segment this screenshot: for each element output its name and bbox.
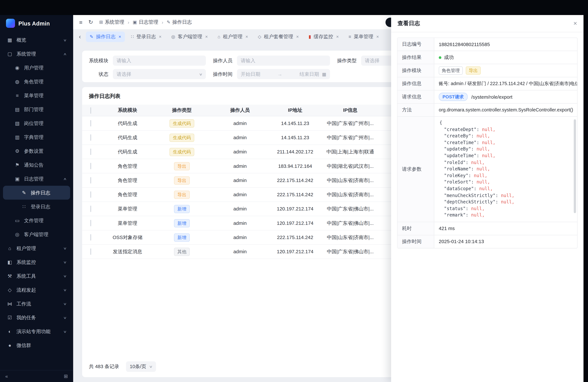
operation-log-icon: ✎ xyxy=(90,34,93,39)
close-icon[interactable]: × xyxy=(573,20,577,27)
sidebar-item-label: 流程发起 xyxy=(17,287,60,293)
sidebar-item-role-management[interactable]: ◍ 角色管理 xyxy=(3,75,70,88)
sidebar-item-overview[interactable]: ▦ 概览 ∨ xyxy=(3,33,70,47)
row-checkbox[interactable] xyxy=(90,191,91,198)
row-checkbox[interactable] xyxy=(90,134,91,141)
cell-ip-info: 中国|湖北省|武汉市|... xyxy=(318,163,382,170)
row-checkbox[interactable] xyxy=(90,248,91,255)
tab-label: 缓存监控 xyxy=(314,33,333,40)
json-key: dataScope xyxy=(444,186,479,191)
sidebar-item-client-management[interactable]: ◎ 客户端管理 xyxy=(3,227,70,241)
sidebar-item-dept-management[interactable]: ▤ 部门管理 xyxy=(3,103,70,116)
cell-ip: 120.197.212.174 xyxy=(272,220,318,226)
method-value: org.dromara.system.controller.system.Sys… xyxy=(434,104,577,116)
sidebar-item-operation-log[interactable]: ✎ 操作日志 xyxy=(3,186,70,200)
dict-management-icon: ▥ xyxy=(14,134,20,140)
col-header-ip: IP地址 xyxy=(272,107,318,114)
sidebar-item-label: 操作日志 xyxy=(31,189,66,196)
row-checkbox[interactable] xyxy=(90,220,91,226)
logo-icon xyxy=(6,19,15,28)
system-tools-icon: ⚒ xyxy=(7,273,13,279)
row-checkbox[interactable] xyxy=(90,206,91,212)
sidebar-item-dict-management[interactable]: ▥ 字典管理 xyxy=(3,130,70,144)
row-checkbox[interactable] xyxy=(90,163,91,169)
tab-operation-log[interactable]: ✎ 操作日志 × xyxy=(86,32,125,42)
sidebar-item-login-log[interactable]: ∷ 登录日志 xyxy=(3,200,70,213)
hamburger-menu-icon[interactable]: ≡ xyxy=(79,19,82,25)
cell-operator: admin xyxy=(208,192,272,197)
close-icon[interactable]: × xyxy=(376,34,379,39)
code-scrollbar-thumb[interactable] xyxy=(574,119,576,213)
tab-tenant-package[interactable]: ◇ 租户套餐管理 × xyxy=(254,32,302,42)
sidebar-item-system-management[interactable]: ▢ 系统管理 ∧ xyxy=(3,47,70,61)
json-key: roleSort xyxy=(444,180,476,185)
type-badge: 新增 xyxy=(174,233,190,241)
sidebar-item-label: 客户端管理 xyxy=(24,231,66,238)
refresh-icon[interactable]: ↻ xyxy=(88,19,93,25)
tab-login-log[interactable]: ∷ 登录日志 × xyxy=(127,32,165,42)
row-checkbox[interactable] xyxy=(90,234,91,240)
sidebar-item-tenant-management[interactable]: ⌂ 租户管理 ∨ xyxy=(3,241,70,255)
select-all-checkbox[interactable] xyxy=(90,107,91,114)
collapse-sidebar-icon[interactable]: « xyxy=(5,373,8,379)
breadcrumb-item-system-management[interactable]: ⊞ 系统管理 xyxy=(99,19,124,25)
window-right-strip xyxy=(583,15,588,382)
breadcrumb-item-operation-log[interactable]: ✎ 操作日志 xyxy=(167,19,192,25)
row-checkbox[interactable] xyxy=(90,177,91,184)
close-icon[interactable]: × xyxy=(296,34,299,39)
cell-ip-info: 中国|广东省|佛山市|... xyxy=(318,248,382,255)
select-placeholder: 请选择 xyxy=(365,57,379,64)
sidebar-item-my-tasks[interactable]: ☑ 我的任务 ∨ xyxy=(3,311,70,325)
filter-status-select[interactable]: 请选择 ∨ xyxy=(113,69,206,79)
chevron-down-icon: ∨ xyxy=(63,288,67,292)
logo[interactable]: Plus Admin xyxy=(0,15,73,32)
page-size-select[interactable]: 10条/页 ∨ xyxy=(126,361,156,372)
col-header-type: 操作类型 xyxy=(156,107,208,114)
json-key: createDept xyxy=(444,127,482,132)
notice-icon: ⚑ xyxy=(14,162,20,168)
menu-management-icon: ≡ xyxy=(14,93,20,98)
breadcrumb-item-log-management[interactable]: ▣ 日志管理 xyxy=(133,19,158,25)
sidebar-item-label: 登录日志 xyxy=(31,203,66,210)
layout-pin-icon[interactable]: ⊞ xyxy=(64,373,68,379)
close-icon[interactable]: × xyxy=(205,34,208,39)
json-code-block: { createDeptnull, createBynull, createTi… xyxy=(434,119,577,220)
filter-module-input[interactable] xyxy=(113,56,206,66)
json-key: menuCheckStrictly xyxy=(444,193,501,198)
sidebar-item-menu-management[interactable]: ≡ 菜单管理 xyxy=(3,88,70,103)
tabs-scroll-left-icon[interactable]: ‹ xyxy=(76,33,84,40)
sidebar-item-demo-features[interactable]: ◐ 演示站专用功能 ∨ xyxy=(3,325,70,339)
sidebar-item-file-management[interactable]: ▭ 文件管理 xyxy=(3,213,70,227)
cell-ip: 222.175.114.242 xyxy=(272,234,318,240)
sidebar-item-process-start[interactable]: ◇ 流程发起 ∨ xyxy=(3,283,70,297)
tab-menu-management[interactable]: ≡ 菜单管理 × xyxy=(345,32,383,42)
breadcrumb-separator: › xyxy=(128,19,129,25)
cell-operator: admin xyxy=(208,177,272,183)
tab-tenant-management[interactable]: ⌂ 租户管理 × xyxy=(214,32,252,42)
detail-label: 请求信息 xyxy=(398,90,434,103)
filter-date-range[interactable]: 开始日期 → 结束日期 ▦ xyxy=(237,69,330,79)
json-null-value: null, xyxy=(476,147,490,152)
close-icon[interactable]: × xyxy=(119,34,121,39)
sidebar-item-user-management[interactable]: ◉ 用户管理 xyxy=(3,61,70,75)
close-icon[interactable]: × xyxy=(159,34,162,39)
tab-client-management[interactable]: ◎ 客户端管理 × xyxy=(168,32,212,42)
filter-operator-input[interactable] xyxy=(237,56,330,66)
row-checkbox[interactable] xyxy=(90,120,91,127)
tab-cache-monitor[interactable]: ▮ 缓存监控 × xyxy=(305,32,342,42)
sidebar-item-wechat-group[interactable]: ● 微信群 xyxy=(3,339,70,352)
close-icon[interactable]: × xyxy=(246,34,248,39)
close-icon[interactable]: × xyxy=(336,34,339,39)
sidebar-item-log-management[interactable]: ▣ 日志管理 ∧ xyxy=(3,172,70,186)
detail-label: 请求参数 xyxy=(398,117,434,222)
operation-info-value: 账号: admin / 研发部门 / 222.175.114.242 / 中国|… xyxy=(434,77,577,90)
sidebar-item-system-monitor[interactable]: ◧ 系统监控 ∨ xyxy=(3,255,70,269)
sidebar-item-workflow[interactable]: ⋈ 工作流 ∨ xyxy=(3,297,70,311)
sidebar-item-param-settings[interactable]: ⚙ 参数设置 xyxy=(3,144,70,158)
dept-management-icon: ▤ xyxy=(14,106,20,112)
sidebar-item-notice[interactable]: ⚑ 通知公告 xyxy=(3,158,70,172)
detail-label: 方法 xyxy=(398,104,434,116)
sidebar-item-post-management[interactable]: ▧ 岗位管理 xyxy=(3,116,70,130)
sidebar-item-system-tools[interactable]: ⚒ 系统工具 ∨ xyxy=(3,269,70,283)
row-checkbox[interactable] xyxy=(90,149,91,155)
